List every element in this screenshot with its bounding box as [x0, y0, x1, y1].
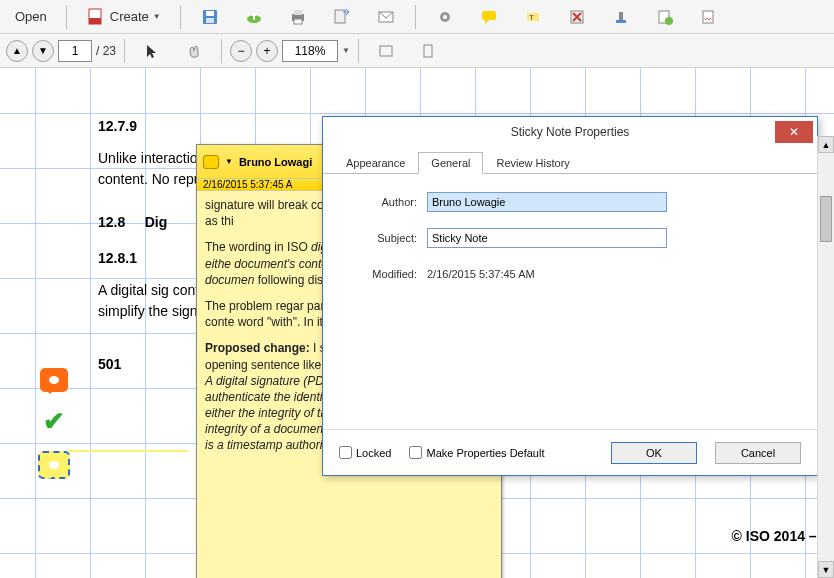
cancel-button[interactable]: Cancel — [715, 442, 801, 464]
svg-point-25 — [49, 461, 59, 469]
cloud-upload-icon — [244, 7, 264, 27]
ok-button[interactable]: OK — [611, 442, 697, 464]
subject-label: Subject: — [347, 232, 427, 244]
text-highlight-icon: T — [523, 7, 543, 27]
svg-rect-17 — [616, 20, 626, 23]
pdf-icon — [86, 7, 106, 27]
save-button[interactable] — [191, 4, 229, 30]
fit-page-icon — [418, 41, 438, 61]
page-total-label: / 23 — [96, 44, 116, 58]
share-button[interactable] — [323, 4, 361, 30]
document-view[interactable]: 12.7.9 Unlike interaction content. No re… — [0, 68, 834, 578]
locked-label: Locked — [356, 447, 391, 459]
annotation-connector-line — [68, 450, 188, 452]
dialog-title-bar[interactable]: Sticky Note Properties ✕ — [323, 117, 817, 147]
dialog-tabs: Appearance General Review History — [323, 151, 817, 174]
modified-value: 2/16/2015 5:37:45 AM — [427, 268, 535, 280]
zoom-dropdown-icon[interactable]: ▼ — [342, 46, 350, 55]
separator — [221, 39, 222, 63]
hand-icon — [184, 41, 204, 61]
speech-bubble-icon — [203, 155, 219, 169]
separator — [180, 5, 181, 29]
envelope-icon — [376, 7, 396, 27]
svg-rect-21 — [703, 11, 713, 23]
make-default-checkbox[interactable]: Make Properties Default — [409, 446, 544, 459]
subject-input[interactable] — [427, 228, 667, 248]
email-button[interactable] — [367, 4, 405, 30]
sign-button[interactable] — [690, 4, 728, 30]
select-tool-button[interactable] — [133, 38, 171, 64]
zoom-out-button[interactable]: − — [230, 40, 252, 62]
sticky-note-properties-dialog: Sticky Note Properties ✕ Appearance Gene… — [322, 116, 818, 476]
comment-annotation-icon[interactable] — [40, 368, 68, 392]
modified-label: Modified: — [347, 268, 427, 280]
close-icon: ✕ — [789, 125, 799, 139]
open-label: Open — [15, 9, 47, 24]
scrollbar-thumb[interactable] — [820, 196, 832, 242]
sign-icon — [699, 7, 719, 27]
main-toolbar: Open Create ▼ T — [0, 0, 834, 34]
page-down-button[interactable]: ▼ — [32, 40, 54, 62]
separator — [66, 5, 67, 29]
create-button[interactable]: Create ▼ — [77, 4, 170, 30]
print-button[interactable] — [279, 4, 317, 30]
page-up-button[interactable]: ▲ — [6, 40, 28, 62]
delete-comment-button[interactable] — [558, 4, 596, 30]
svg-rect-13 — [482, 11, 496, 20]
make-default-label: Make Properties Default — [426, 447, 544, 459]
tab-appearance[interactable]: Appearance — [333, 152, 418, 174]
sticky-note-annotation-icon[interactable] — [38, 451, 70, 479]
author-input[interactable] — [427, 192, 667, 212]
stamp-icon — [611, 7, 631, 27]
printer-icon — [288, 7, 308, 27]
annotation-column: ✔ — [38, 368, 70, 479]
svg-rect-7 — [294, 10, 302, 15]
svg-rect-8 — [294, 19, 302, 24]
zoom-level-input[interactable] — [282, 40, 338, 62]
tab-review-history[interactable]: Review History — [483, 152, 582, 174]
fit-width-button[interactable] — [367, 38, 405, 64]
stamp-button[interactable] — [602, 4, 640, 30]
navigation-toolbar: ▲ ▼ / 23 − + ▼ — [0, 34, 834, 68]
chevron-down-icon[interactable]: ▼ — [225, 157, 233, 166]
locked-checkbox-input[interactable] — [339, 446, 352, 459]
tab-general[interactable]: General — [418, 152, 483, 174]
attach-button[interactable] — [646, 4, 684, 30]
separator — [358, 39, 359, 63]
separator — [415, 5, 416, 29]
vertical-scrollbar[interactable]: ▲ ▼ — [817, 136, 834, 578]
page-number-input[interactable] — [58, 40, 92, 62]
svg-rect-22 — [380, 46, 392, 56]
locked-checkbox[interactable]: Locked — [339, 446, 391, 459]
scroll-down-button[interactable]: ▼ — [818, 561, 834, 578]
dialog-footer: Locked Make Properties Default OK Cancel — [323, 429, 817, 475]
delete-icon — [567, 7, 587, 27]
create-label: Create — [110, 9, 149, 24]
svg-rect-3 — [206, 11, 214, 16]
svg-point-24 — [49, 376, 59, 384]
chevron-down-icon: ▼ — [153, 12, 161, 21]
zoom-in-button[interactable]: + — [256, 40, 278, 62]
settings-button[interactable] — [426, 4, 464, 30]
cursor-icon — [142, 41, 162, 61]
gear-icon — [435, 7, 455, 27]
attach-icon — [655, 7, 675, 27]
close-button[interactable]: ✕ — [775, 121, 813, 143]
svg-rect-23 — [424, 45, 432, 57]
checkmark-annotation-icon[interactable]: ✔ — [43, 406, 65, 437]
hand-tool-button[interactable] — [175, 38, 213, 64]
open-button[interactable]: Open — [6, 4, 56, 30]
dialog-title-text: Sticky Note Properties — [511, 125, 630, 139]
svg-point-12 — [443, 15, 447, 19]
cloud-button[interactable] — [235, 4, 273, 30]
svg-rect-18 — [619, 12, 623, 20]
svg-text:T: T — [529, 13, 534, 22]
comment-button[interactable] — [470, 4, 508, 30]
make-default-checkbox-input[interactable] — [409, 446, 422, 459]
fit-page-button[interactable] — [409, 38, 447, 64]
separator — [124, 39, 125, 63]
fit-width-icon — [376, 41, 396, 61]
highlight-button[interactable]: T — [514, 4, 552, 30]
scroll-up-button[interactable]: ▲ — [818, 136, 834, 153]
speech-bubble-icon — [479, 7, 499, 27]
